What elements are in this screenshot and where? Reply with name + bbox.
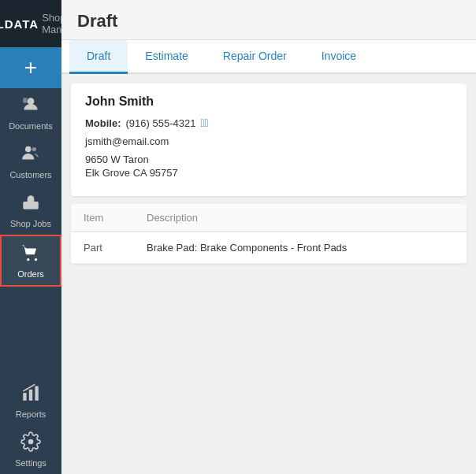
sidebar-item-shopjobs-label: Shop Jobs xyxy=(10,219,51,228)
logo-alldata-text: ALLDATA xyxy=(0,17,39,31)
address-field: 9650 W Taron Elk Grove CA 95757 xyxy=(85,154,452,179)
items-table: Item Description Part Brake Pad: Brake C… xyxy=(71,204,467,264)
tab-repair-order[interactable]: Repair Order xyxy=(206,40,304,74)
page-title: Draft xyxy=(77,11,117,31)
address-line1: 9650 W Taron xyxy=(85,154,149,165)
sidebar-item-orders[interactable]: Orders xyxy=(0,235,61,287)
add-button[interactable]: + xyxy=(0,47,61,88)
svg-point-11 xyxy=(28,439,34,445)
main-content: Draft Draft Estimate Repair Order Invoic… xyxy=(61,0,476,474)
svg-point-0 xyxy=(28,98,35,105)
col-header-description: Description xyxy=(147,212,454,224)
svg-point-7 xyxy=(35,258,37,261)
email-value: jsmith@email.com xyxy=(85,135,169,147)
shopjobs-icon xyxy=(20,192,41,216)
tab-bar: Draft Estimate Repair Order Invoice xyxy=(61,40,476,74)
email-field: jsmith@email.com xyxy=(85,135,452,147)
table-row: Part Brake Pad: Brake Components - Front… xyxy=(71,232,467,264)
customer-name: John Smith xyxy=(85,94,452,109)
content-area: John Smith Mobile: (916) 555-4321 ✓⃝ jsm… xyxy=(61,74,476,474)
customer-card: John Smith Mobile: (916) 555-4321 ✓⃝ jsm… xyxy=(71,83,467,196)
tab-invoice[interactable]: Invoice xyxy=(304,40,374,74)
orders-icon xyxy=(20,243,41,266)
sidebar-item-orders-label: Orders xyxy=(17,269,44,279)
sidebar-item-settings-label: Settings xyxy=(15,458,46,468)
mobile-field: Mobile: (916) 555-4321 ✓⃝ xyxy=(85,117,452,129)
svg-rect-8 xyxy=(23,393,26,401)
svg-point-2 xyxy=(25,146,32,153)
mobile-label: Mobile: xyxy=(85,117,121,129)
svg-rect-10 xyxy=(35,386,38,400)
svg-rect-9 xyxy=(29,390,32,401)
main-header: Draft xyxy=(61,0,476,40)
tab-estimate[interactable]: Estimate xyxy=(128,40,205,74)
mobile-value: (916) 555-4321 xyxy=(126,117,196,129)
customers-icon xyxy=(20,143,41,167)
sidebar-item-reports-label: Reports xyxy=(16,409,46,419)
sidebar-item-customers-label: Customers xyxy=(9,170,51,180)
col-header-item: Item xyxy=(84,212,147,224)
row-item-type: Part xyxy=(84,242,147,254)
sidebar-item-reports[interactable]: Reports xyxy=(0,376,61,425)
verified-icon: ✓⃝ xyxy=(200,117,208,129)
svg-point-3 xyxy=(32,147,36,151)
documents-icon xyxy=(20,94,41,118)
sidebar-item-customers[interactable]: Customers xyxy=(0,137,61,186)
address-line2: Elk Grove CA 95757 xyxy=(85,167,178,179)
app-header: ALLDATA Shop Manager xyxy=(0,0,61,47)
plus-icon: + xyxy=(24,57,37,79)
settings-icon xyxy=(20,431,41,455)
sidebar-item-documents-label: Documents xyxy=(9,121,53,131)
tab-draft[interactable]: Draft xyxy=(69,40,128,74)
svg-point-6 xyxy=(27,258,29,261)
reports-icon xyxy=(20,383,41,406)
svg-point-5 xyxy=(29,204,32,206)
sidebar-item-shopjobs[interactable]: Shop Jobs xyxy=(0,186,61,235)
table-header: Item Description xyxy=(71,204,467,232)
svg-rect-1 xyxy=(23,98,27,102)
sidebar-item-documents[interactable]: Documents xyxy=(0,88,61,137)
row-item-description: Brake Pad: Brake Components - Front Pads xyxy=(147,242,454,254)
sidebar-item-settings[interactable]: Settings xyxy=(0,425,61,474)
sidebar: ALLDATA Shop Manager + Documents Cus xyxy=(0,0,61,474)
